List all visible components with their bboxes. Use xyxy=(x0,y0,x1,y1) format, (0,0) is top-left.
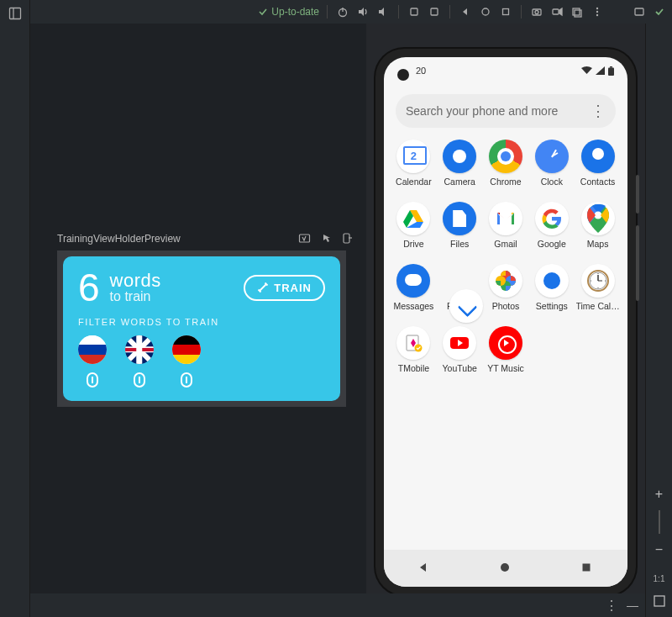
toggle-pill-icon xyxy=(181,372,192,388)
nav-back-icon[interactable] xyxy=(417,562,431,575)
zoom-in-button[interactable]: + xyxy=(650,485,669,504)
check-icon[interactable] xyxy=(652,4,667,19)
uk-flag-icon xyxy=(125,335,154,364)
settings-icon xyxy=(535,264,569,298)
snapshot-icon[interactable] xyxy=(570,4,585,19)
contacts-icon xyxy=(581,140,615,173)
home-icon[interactable] xyxy=(478,4,493,19)
interactive-preview-icon[interactable] xyxy=(319,232,332,245)
overview-icon[interactable] xyxy=(498,4,513,19)
zoom-1to1-button[interactable]: 1:1 xyxy=(654,574,665,583)
germany-flag-icon xyxy=(172,335,201,364)
svg-rect-10 xyxy=(503,9,509,15)
window-icon[interactable] xyxy=(632,4,647,19)
nav-home-icon[interactable] xyxy=(499,562,512,575)
svg-point-19 xyxy=(596,14,598,16)
photos-icon xyxy=(489,264,522,298)
preview-header: TrainingViewHolderPreview xyxy=(57,232,353,245)
svg-point-17 xyxy=(596,8,598,9)
preview-title: TrainingViewHolderPreview xyxy=(57,233,181,245)
flag-russia[interactable] xyxy=(78,335,107,388)
more-vert-icon[interactable]: ⋮ xyxy=(605,598,618,614)
android-navbar xyxy=(384,550,627,587)
signal-icon xyxy=(596,66,605,75)
svg-rect-28 xyxy=(608,67,614,76)
app-label: Camera xyxy=(444,177,475,187)
power-icon[interactable] xyxy=(335,4,350,19)
timecal-icon xyxy=(581,264,615,298)
rotate-left-icon[interactable] xyxy=(407,4,422,19)
svg-rect-20 xyxy=(635,8,643,15)
app-gmail[interactable]: Gmail xyxy=(483,202,529,249)
more-vert-icon[interactable]: ⋮ xyxy=(591,103,606,119)
animation-preview-icon[interactable] xyxy=(298,232,311,245)
volume-down-icon[interactable] xyxy=(375,4,391,19)
app-timecal[interactable]: Time Cal… xyxy=(575,264,621,311)
app-settings[interactable]: Settings xyxy=(528,264,575,311)
preview-frame: 6 words to train TRAIN FILTER WORDS xyxy=(57,250,346,407)
app-maps[interactable]: Maps xyxy=(575,202,621,249)
app-label: YT Music xyxy=(487,363,524,373)
svg-marker-27 xyxy=(596,66,605,75)
app-phone[interactable]: Phone xyxy=(437,264,483,311)
volume-up-icon[interactable] xyxy=(355,4,370,19)
train-button[interactable]: TRAIN xyxy=(244,275,325,301)
svg-marker-4 xyxy=(359,8,364,16)
app-files[interactable]: Files xyxy=(437,202,483,249)
app-calendar[interactable]: Calendar xyxy=(391,140,437,187)
zoom-fit-button[interactable] xyxy=(650,592,669,610)
flag-germany[interactable] xyxy=(172,335,201,388)
app-label: Maps xyxy=(587,239,609,249)
search-placeholder: Search your phone and more xyxy=(406,104,558,118)
phone-screen[interactable]: 20 Search your phone and more ⋮ Calendar xyxy=(384,57,627,587)
ytmusic-icon xyxy=(489,326,522,360)
app-google[interactable]: Google xyxy=(528,202,575,249)
svg-point-12 xyxy=(535,11,538,14)
deploy-preview-icon[interactable] xyxy=(340,232,353,245)
app-drive[interactable]: Drive xyxy=(391,202,437,249)
svg-rect-15 xyxy=(573,8,580,15)
app-contacts[interactable]: Contacts xyxy=(575,140,621,187)
search-bar[interactable]: Search your phone and more ⋮ xyxy=(396,94,616,128)
app-tmobile[interactable]: TMobile xyxy=(391,326,437,373)
app-label: Time Cal… xyxy=(576,301,620,311)
youtube-icon xyxy=(443,326,476,360)
svg-point-51 xyxy=(597,287,598,288)
app-label: Photos xyxy=(492,301,520,311)
app-clock[interactable]: Clock xyxy=(528,140,575,187)
toggle-pill-icon xyxy=(134,372,145,388)
chrome-icon xyxy=(489,140,522,173)
zoom-out-button[interactable]: − xyxy=(650,541,669,559)
russia-flag-icon xyxy=(78,335,107,364)
zoom-slider[interactable] xyxy=(659,510,660,534)
app-photos[interactable]: Photos xyxy=(483,264,529,311)
svg-point-18 xyxy=(596,11,598,13)
apps-grid: CalendarCameraChromeClockContactsDriveFi… xyxy=(391,140,621,373)
bottom-status-bar: ⋮ — xyxy=(30,593,645,617)
phone-icon xyxy=(449,289,483,323)
screenshot-icon[interactable] xyxy=(529,4,544,19)
app-messages[interactable]: Messages xyxy=(391,264,437,311)
top-toolbar: Up-to-date xyxy=(30,0,672,24)
training-card: 6 words to train TRAIN FILTER WORDS xyxy=(63,256,340,401)
app-camera[interactable]: Camera xyxy=(437,140,483,187)
app-youtube[interactable]: YouTube xyxy=(437,326,483,373)
camera-icon xyxy=(443,140,476,173)
svg-rect-6 xyxy=(411,8,417,15)
to-train-label: to train xyxy=(110,290,161,304)
flag-uk[interactable] xyxy=(125,335,154,388)
rotate-right-icon[interactable] xyxy=(427,4,442,19)
minimize-icon[interactable]: — xyxy=(627,599,638,612)
svg-point-55 xyxy=(415,345,423,352)
layout-icon[interactable] xyxy=(7,5,24,22)
svg-point-49 xyxy=(597,273,598,274)
record-icon[interactable] xyxy=(549,4,564,19)
svg-point-57 xyxy=(501,563,509,572)
google-icon xyxy=(535,202,569,235)
back-icon[interactable] xyxy=(458,4,473,19)
app-ytmusic[interactable]: YT Music xyxy=(483,326,529,373)
files-icon xyxy=(443,202,476,235)
nav-overview-icon[interactable] xyxy=(580,562,594,575)
more-vert-icon[interactable] xyxy=(590,4,605,19)
app-chrome[interactable]: Chrome xyxy=(483,140,529,187)
